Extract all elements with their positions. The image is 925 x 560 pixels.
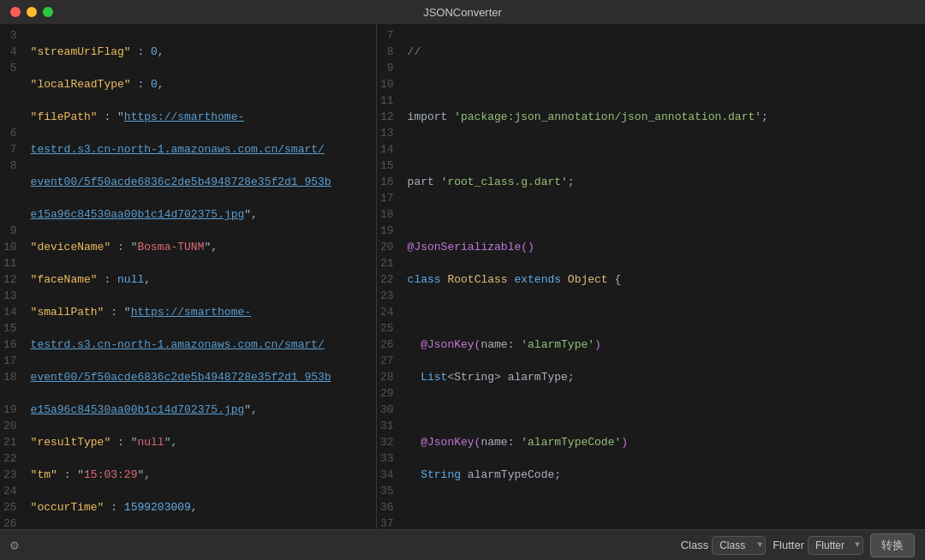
json-code-content[interactable]: "streamUriFlag" : 0, "localReadType" : 0… [24,24,376,529]
settings-icon[interactable]: ⚙ [10,537,19,554]
app-title: JSONConverter [423,6,502,19]
right-panel-dart: 7 8 9 10 11 12 13 14 15 16 17 18 19 20 2… [377,24,925,529]
close-button[interactable] [10,7,21,17]
class-label: Class [681,539,709,551]
class-dropdown-group: Class Class Model ▼ [681,536,767,555]
flutter-dropdown-wrapper: Flutter Dart ▼ [808,536,863,555]
class-dropdown[interactable]: Class Model [712,536,766,555]
dart-code-area[interactable]: 7 8 9 10 11 12 13 14 15 16 17 18 19 20 2… [377,24,925,529]
class-dropdown-wrapper: Class Model ▼ [712,536,766,555]
flutter-label: Flutter [773,539,804,551]
toolbar: ⚙ Class Class Model ▼ Flutter Flutter Da… [0,529,925,560]
titlebar: JSONConverter [0,0,925,24]
traffic-lights [10,7,53,17]
minimize-button[interactable] [27,7,37,17]
maximize-button[interactable] [43,7,53,17]
flutter-dropdown-group: Flutter Flutter Dart ▼ [773,536,863,555]
dart-line-numbers: 7 8 9 10 11 12 13 14 15 16 17 18 19 20 2… [377,24,401,529]
toolbar-right: Class Class Model ▼ Flutter Flutter Dart… [681,533,915,557]
json-code-area[interactable]: 3 4 5 6 7 8 9 10 11 12 13 14 15 16 [0,24,376,529]
dart-code-content[interactable]: // import 'package:json_annotation/json_… [401,24,925,529]
convert-button[interactable]: 转换 [870,533,915,557]
flutter-dropdown[interactable]: Flutter Dart [808,536,863,555]
left-panel-json: 3 4 5 6 7 8 9 10 11 12 13 14 15 16 [0,24,377,529]
main-content: 3 4 5 6 7 8 9 10 11 12 13 14 15 16 [0,24,925,529]
toolbar-left: ⚙ [10,537,19,554]
json-line-numbers: 3 4 5 6 7 8 9 10 11 12 13 14 15 16 [0,24,24,529]
